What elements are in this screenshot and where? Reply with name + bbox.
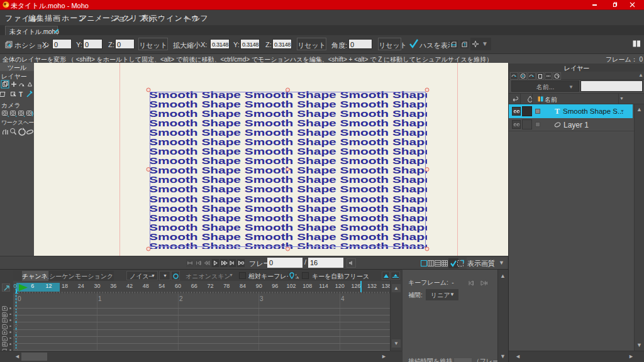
svg-text:T: T [19,91,23,98]
